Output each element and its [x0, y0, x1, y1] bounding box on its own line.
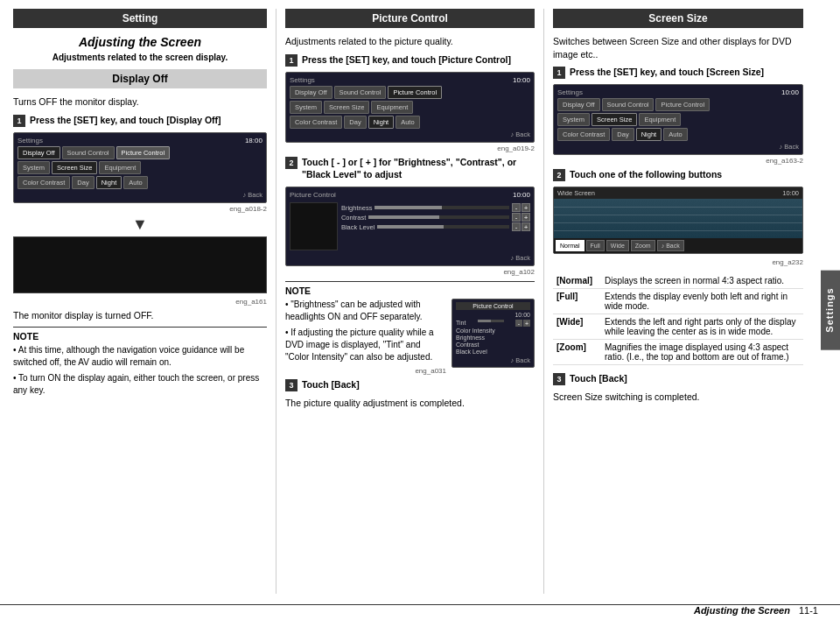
center-header: Picture Control: [285, 9, 535, 28]
side-contrast-label: Contrast: [456, 342, 479, 348]
pc-equipment-btn[interactable]: Equipment: [371, 101, 413, 114]
ws-line-1: [554, 207, 802, 208]
contrast-bar: [368, 215, 509, 219]
option-full-label: [Full]: [553, 289, 601, 314]
center-step-num-1: 1: [285, 54, 298, 67]
ss-color-contrast[interactable]: Color Contrast: [557, 128, 610, 141]
night-btn[interactable]: Night: [96, 176, 122, 189]
ws-zoom-btn[interactable]: Zoom: [631, 240, 655, 251]
center-step2-text: Touch [ - ] or [ + ] for "Brightness", "…: [302, 156, 535, 181]
ss-equipment[interactable]: Equipment: [639, 113, 681, 126]
side-tint-row: Tint -+: [456, 320, 530, 327]
pc-night-btn[interactable]: Night: [368, 116, 395, 129]
ss-system[interactable]: System: [557, 113, 590, 126]
side-contrast-row: Contrast: [456, 342, 530, 348]
pc-system-btn[interactable]: System: [290, 101, 322, 114]
ss-btns-row2: System Screen Size Equipment: [557, 113, 799, 126]
brightness-label: Brightness: [341, 204, 372, 212]
center-step3: 3 Touch [Back]: [285, 378, 535, 391]
center-step1: 1 Press the [SET] key, and touch [Pictur…: [285, 53, 535, 67]
center-intro: Adjustments related to the picture quali…: [285, 35, 535, 48]
left-step1: 1 Press the [SET] key, and touch [Displa…: [13, 114, 267, 127]
ss-screen-size[interactable]: Screen Size: [592, 113, 637, 126]
pc-day-btn[interactable]: Day: [344, 116, 366, 129]
screen-header: Settings 18:00: [18, 137, 262, 144]
black-level-plus[interactable]: +: [522, 222, 530, 231]
left-step1-text: Press the [SET] key, and touch [Display …: [30, 114, 221, 127]
right-intro: Switches between Screen Size and other d…: [553, 35, 803, 60]
display-off-header: Display Off: [13, 69, 267, 88]
pc-screen-size-btn[interactable]: Screen Size: [324, 101, 369, 114]
pc-screen-time: 10:00: [513, 76, 530, 84]
right-step1: 1 Press the [SET] key, and touch [Screen…: [553, 66, 803, 79]
right-header: Screen Size: [553, 9, 803, 28]
contrast-minus[interactable]: -: [512, 213, 521, 222]
brightness-bar: [374, 206, 509, 209]
brightness-slider-row: Brightness - +: [341, 203, 530, 212]
left-note-2: • To turn ON the display again, either t…: [13, 372, 267, 397]
auto-btn[interactable]: Auto: [123, 176, 147, 189]
screen-size-btn[interactable]: Screen Size: [52, 161, 97, 174]
right-column: Screen Size Switches between Screen Size…: [544, 9, 812, 594]
ss-screen-title: Settings: [557, 88, 583, 96]
ws-content: [554, 199, 802, 238]
screen-size-mockup: Settings 10:00 Display Off Sound Control…: [553, 84, 803, 155]
pc-auto-btn[interactable]: Auto: [396, 116, 419, 129]
picture-control-btn[interactable]: Picture Control: [116, 146, 171, 159]
color-contrast-btn[interactable]: Color Contrast: [18, 176, 70, 189]
ss-auto[interactable]: Auto: [663, 128, 687, 141]
black-screen-caption: eng_a161: [13, 298, 267, 306]
ws-normal-btn[interactable]: Normal: [556, 240, 584, 251]
center-step2: 2 Touch [ - ] or [ + ] for "Brightness",…: [285, 156, 535, 181]
pc-color-contrast-btn[interactable]: Color Contrast: [290, 116, 342, 129]
ss-back[interactable]: ♪ Back: [557, 143, 799, 151]
brightness-plus[interactable]: +: [522, 203, 530, 212]
pc-sound-ctrl-btn[interactable]: Sound Control: [334, 86, 387, 99]
ss-screen1-caption: eng_a163-2: [553, 157, 803, 165]
side-color-int-row: Color Intensity: [456, 328, 530, 334]
system-btn[interactable]: System: [18, 161, 50, 174]
slider-back[interactable]: ♪ Back: [290, 254, 530, 262]
black-level-label: Black Level: [341, 223, 374, 231]
left-note-1: • At this time, although the navigation …: [13, 344, 267, 369]
step-number-1: 1: [13, 115, 25, 127]
pc-screen1-caption: eng_a019-2: [285, 144, 535, 152]
right-step3-desc: Screen Size switching is completed.: [553, 391, 803, 404]
ss-sound-ctrl[interactable]: Sound Control: [602, 98, 654, 111]
screen-back[interactable]: ♪ Back: [18, 191, 262, 199]
pc-display-off-btn[interactable]: Display Off: [290, 86, 332, 99]
pc-picture-ctrl-btn[interactable]: Picture Control: [388, 86, 442, 99]
ss-night[interactable]: Night: [636, 128, 662, 141]
tint-plus[interactable]: +: [523, 320, 530, 327]
footer-page: 11-1: [799, 605, 818, 616]
option-full-row: [Full] Extends the display evenly both l…: [553, 289, 803, 314]
display-off-btn[interactable]: Display Off: [18, 146, 60, 159]
brightness-minus[interactable]: -: [512, 203, 521, 212]
equipment-btn[interactable]: Equipment: [99, 161, 141, 174]
ws-back-btn[interactable]: ♪ Back: [657, 240, 684, 251]
ws-wide-btn[interactable]: Wide: [606, 240, 629, 251]
right-step2: 2 Touch one of the following buttons: [553, 168, 803, 181]
day-btn[interactable]: Day: [72, 176, 94, 189]
left-subtitle: Adjustments related to the screen displa…: [13, 53, 267, 62]
sound-control-btn[interactable]: Sound Control: [62, 146, 115, 159]
ss-display-off[interactable]: Display Off: [557, 98, 600, 111]
page-footer: Adjusting the Screen 11-1: [0, 604, 840, 616]
slider-title: Picture Control: [290, 191, 336, 199]
pc-screen-back[interactable]: ♪ Back: [290, 130, 530, 138]
side-pc-mockup: Picture Control 10:00 Tint -+ Color Inte…: [452, 299, 535, 368]
ss-screen-time: 10:00: [781, 88, 799, 96]
option-normal-row: [Normal] Displays the screen in normal 4…: [553, 273, 803, 289]
side-pc-back[interactable]: ♪ Back: [456, 356, 530, 364]
ss-picture-ctrl[interactable]: Picture Control: [655, 98, 710, 111]
ss-btns-row3: Color Contrast Day Night Auto: [557, 128, 799, 141]
contrast-plus[interactable]: +: [522, 213, 530, 222]
ws-buttons: Normal Full Wide Zoom ♪ Back: [554, 238, 802, 253]
ws-full-btn[interactable]: Full: [586, 240, 605, 251]
black-level-minus[interactable]: -: [512, 222, 521, 231]
ss-day[interactable]: Day: [612, 128, 634, 141]
tint-minus[interactable]: -: [515, 320, 522, 327]
black-screen-display: [13, 236, 267, 293]
slider-caption: eng_a102: [285, 268, 535, 276]
slider-screen-mockup: Picture Control 10:00 Brightness - +: [285, 187, 535, 266]
